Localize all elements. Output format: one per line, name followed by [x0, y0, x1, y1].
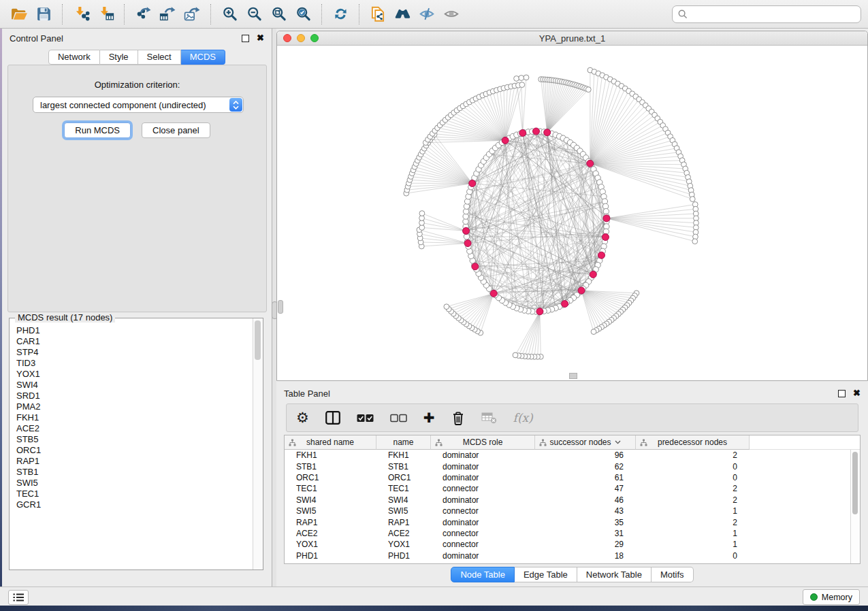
- cell-shared-name: PHD1: [285, 551, 376, 561]
- mcds-node[interactable]: STP4: [16, 347, 253, 358]
- tab-node-table[interactable]: Node Table: [451, 567, 515, 582]
- show-hidden-icon[interactable]: [440, 4, 462, 24]
- export-network-icon[interactable]: [132, 4, 154, 24]
- tab-motifs[interactable]: Motifs: [652, 567, 694, 582]
- table-row[interactable]: SWI5SWI5connector431: [285, 506, 851, 516]
- table-row[interactable]: FKH1FKH1dominator962: [285, 450, 851, 461]
- maximize-window-icon[interactable]: [310, 34, 319, 42]
- settings-icon[interactable]: ⚙: [296, 411, 309, 425]
- import-network-icon[interactable]: [70, 4, 92, 24]
- table-row[interactable]: ORC1ORC1dominator610: [285, 472, 851, 483]
- tab-style[interactable]: Style: [100, 50, 138, 65]
- export-image-icon[interactable]: [181, 4, 203, 24]
- table-type-tabs: Node TableEdge TableNetwork TableMotifs: [276, 567, 868, 582]
- mcds-node[interactable]: CAR1: [16, 336, 253, 347]
- network-hscrollbar[interactable]: [569, 373, 577, 379]
- table-row[interactable]: RAP1RAP1dominator352: [285, 516, 851, 527]
- close-panel-button[interactable]: Close panel: [142, 122, 210, 138]
- column-header-shared-name[interactable]: shared name: [285, 435, 376, 450]
- table-row[interactable]: TEC1TEC1connector472: [285, 483, 851, 494]
- zoom-out-icon[interactable]: [243, 4, 265, 24]
- tab-network[interactable]: Network: [48, 50, 100, 65]
- tab-mcds[interactable]: MCDS: [181, 50, 225, 65]
- show-columns-icon[interactable]: [325, 411, 340, 425]
- table-row[interactable]: ACE2ACE2connector311: [285, 528, 851, 539]
- mcds-node[interactable]: SRD1: [16, 391, 253, 401]
- zoom-selected-icon[interactable]: [292, 4, 314, 24]
- table-rows: FKH1FKH1dominator962STB1STB1dominator620…: [285, 450, 851, 563]
- mcds-node[interactable]: SWI4: [16, 380, 253, 391]
- cell-MCDS-role: connector: [431, 484, 535, 493]
- close-table-panel-icon[interactable]: ✖: [853, 390, 861, 397]
- mcds-node[interactable]: STB1: [16, 467, 253, 478]
- network-canvas[interactable]: [277, 45, 867, 380]
- delete-row-icon[interactable]: [451, 411, 465, 425]
- select-stepper-icon: [229, 98, 242, 112]
- toolbar-separator: [124, 4, 125, 24]
- criterion-select[interactable]: largest connected component (undirected): [33, 97, 244, 113]
- mcds-scrollbar[interactable]: [253, 318, 263, 569]
- menu-button[interactable]: [8, 590, 29, 605]
- mcds-node[interactable]: ACE2: [16, 423, 253, 434]
- clone-network-icon[interactable]: [367, 4, 389, 24]
- cell-predecessor-nodes: 1: [636, 529, 750, 538]
- mcds-node[interactable]: PMA2: [16, 401, 253, 412]
- mcds-tab-panel: Optimization criterion: largest connecte…: [7, 65, 267, 312]
- mcds-node[interactable]: ORC1: [16, 445, 253, 456]
- tab-network-table[interactable]: Network Table: [577, 567, 652, 582]
- node-table: shared namenameMCDS rolesuccessor nodesp…: [284, 435, 861, 564]
- cell-name: FKH1: [376, 450, 431, 460]
- mcds-node[interactable]: RAP1: [16, 456, 253, 467]
- network-vscrollbar[interactable]: [278, 300, 283, 314]
- zoom-in-icon[interactable]: [219, 4, 240, 24]
- deselect-all-icon[interactable]: [390, 414, 407, 423]
- table-row[interactable]: SWI4SWI4dominator462: [285, 495, 851, 506]
- cell-successor-nodes: 96: [535, 450, 636, 460]
- mcds-node[interactable]: GCR1: [16, 499, 253, 510]
- minimize-window-icon[interactable]: [297, 34, 305, 42]
- mcds-node[interactable]: TEC1: [16, 489, 253, 499]
- close-window-icon[interactable]: [283, 34, 291, 42]
- open-session-icon[interactable]: [8, 4, 30, 24]
- function-builder-icon: f(x): [513, 411, 533, 425]
- cell-name: SWI4: [376, 495, 431, 505]
- mcds-node[interactable]: FKH1: [16, 412, 253, 423]
- run-mcds-button[interactable]: Run MCDS: [64, 122, 131, 138]
- float-panel-icon[interactable]: [242, 35, 249, 42]
- table-row[interactable]: STB1STB1dominator620: [285, 461, 851, 472]
- tab-select[interactable]: Select: [138, 50, 181, 65]
- select-all-icon[interactable]: [357, 414, 374, 423]
- mcds-node[interactable]: YOX1: [16, 369, 253, 380]
- column-header-MCDS-role[interactable]: MCDS role: [431, 435, 535, 450]
- save-session-icon[interactable]: [33, 4, 54, 24]
- network-window-titlebar[interactable]: YPA_prune.txt_1: [277, 31, 867, 46]
- table-scrollbar[interactable]: [850, 450, 860, 563]
- mcds-node[interactable]: STB5: [16, 434, 253, 445]
- apply-layout-icon[interactable]: [329, 4, 351, 24]
- cell-shared-name: SWI5: [285, 506, 376, 516]
- export-table-icon[interactable]: [157, 4, 178, 24]
- search-network-icon[interactable]: [391, 4, 413, 24]
- memory-button[interactable]: Memory: [803, 589, 860, 605]
- search-field[interactable]: [692, 8, 855, 20]
- column-header-predecessor-nodes[interactable]: predecessor nodes: [636, 435, 750, 450]
- add-row-icon[interactable]: ✚: [423, 412, 435, 424]
- mcds-result-list[interactable]: PHD1CAR1STP4TID3YOX1SWI4SRD1PMA2FKH1ACE2…: [10, 321, 253, 569]
- zoom-fit-icon[interactable]: [268, 4, 289, 24]
- close-panel-icon[interactable]: ✖: [257, 35, 264, 42]
- table-row[interactable]: YOX1YOX1connector291: [285, 539, 851, 550]
- column-header-name[interactable]: name: [376, 435, 431, 450]
- tab-edge-table[interactable]: Edge Table: [515, 567, 577, 582]
- table-row[interactable]: PHD1PHD1dominator180: [285, 550, 851, 561]
- cell-successor-nodes: 43: [535, 506, 636, 516]
- import-table-icon[interactable]: [95, 4, 116, 24]
- cell-name: ACE2: [376, 529, 431, 538]
- cell-predecessor-nodes: 0: [636, 473, 750, 482]
- search-input[interactable]: [672, 5, 861, 23]
- mcds-node[interactable]: SWI5: [16, 478, 253, 489]
- mcds-node[interactable]: TID3: [16, 358, 253, 369]
- hide-selected-icon[interactable]: [416, 4, 438, 24]
- mcds-node[interactable]: PHD1: [16, 325, 253, 336]
- column-header-successor-nodes[interactable]: successor nodes: [535, 435, 636, 450]
- float-table-panel-icon[interactable]: [838, 390, 846, 397]
